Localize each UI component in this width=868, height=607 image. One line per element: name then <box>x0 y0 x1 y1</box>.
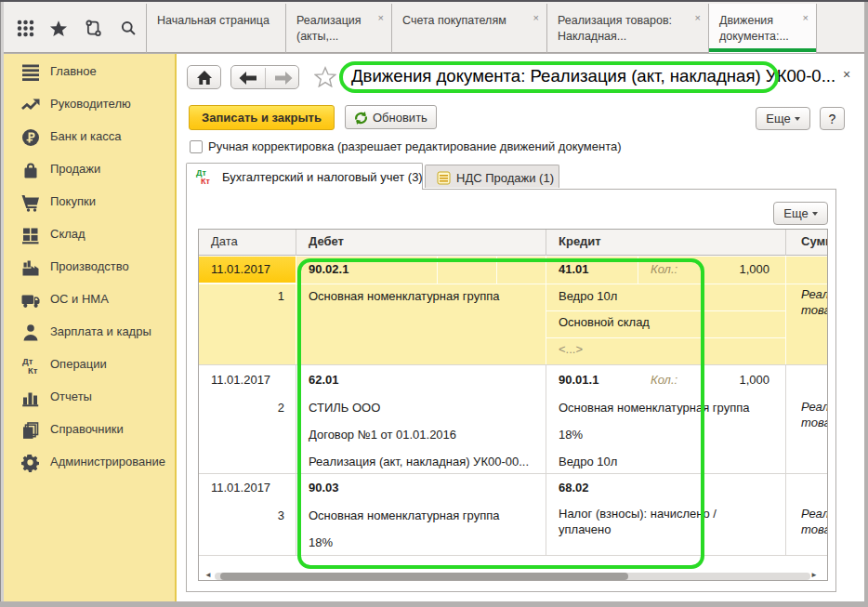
svg-text:Кт: Кт <box>201 177 210 186</box>
svg-text:Кт: Кт <box>28 365 38 376</box>
